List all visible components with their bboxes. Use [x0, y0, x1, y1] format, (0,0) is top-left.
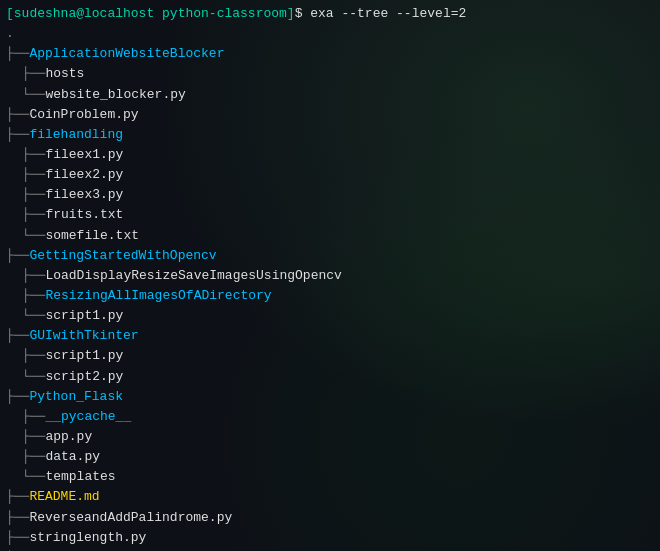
tree-item: └── website_blocker.py [6, 85, 654, 105]
tree-item: └── templates [6, 467, 654, 487]
tree-item: └── somefile.txt [6, 226, 654, 246]
tree-item: ├── hosts [6, 64, 654, 84]
tree-item: ├── filehandling [6, 125, 654, 145]
tree-item: ├── GettingStartedWithOpencv [6, 246, 654, 266]
tree-item: ├── script1.py [6, 346, 654, 366]
tree-item: ├── GUIwithTkinter [6, 326, 654, 346]
tree-item: ├── app.py [6, 427, 654, 447]
tree-item: ├── stringlength.py [6, 528, 654, 548]
tree-item: ├── ReverseandAddPalindrome.py [6, 508, 654, 528]
command-text: $ exa --tree --level=2 [295, 4, 467, 24]
tree-root: . [6, 24, 654, 44]
terminal: [sudeshna@localhost python-classroom] $ … [0, 0, 660, 551]
tree-item: ├── CoinProblem.py [6, 105, 654, 125]
tree-item: ├── Python_Flask [6, 387, 654, 407]
tree-item: └── script1.py [6, 306, 654, 326]
tree-item: ├── fileex2.py [6, 165, 654, 185]
tree-item: ├── README.md [6, 487, 654, 507]
tree-item: ├── LoadDisplayResizeSaveImagesUsingOpen… [6, 266, 654, 286]
tree-item: ├── __pycache__ [6, 407, 654, 427]
tree-item: ├── ResizingAllImagesOfADirectory [6, 286, 654, 306]
tree-item: ├── fileex3.py [6, 185, 654, 205]
tree-item: ├── fruits.txt [6, 205, 654, 225]
tree-item: ├── data.py [6, 447, 654, 467]
tree-item: ├── ApplicationWebsiteBlocker [6, 44, 654, 64]
tree-item: ├── fileex1.py [6, 145, 654, 165]
prompt: [sudeshna@localhost python-classroom] [6, 4, 295, 24]
tree-item: └── script2.py [6, 367, 654, 387]
command-line: [sudeshna@localhost python-classroom] $ … [6, 4, 654, 24]
